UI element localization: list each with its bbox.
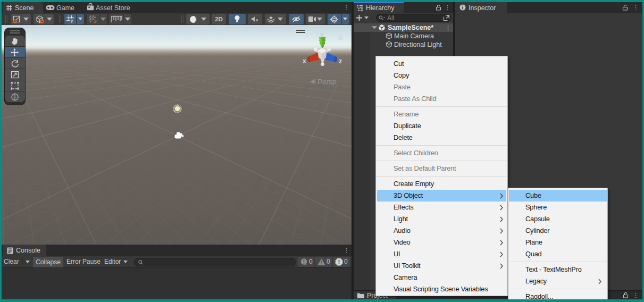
svg-text:z: z: [339, 57, 342, 65]
svg-text:y: y: [320, 31, 323, 38]
svg-text:x: x: [303, 57, 306, 65]
svg-text:Y: Y: [70, 19, 73, 23]
